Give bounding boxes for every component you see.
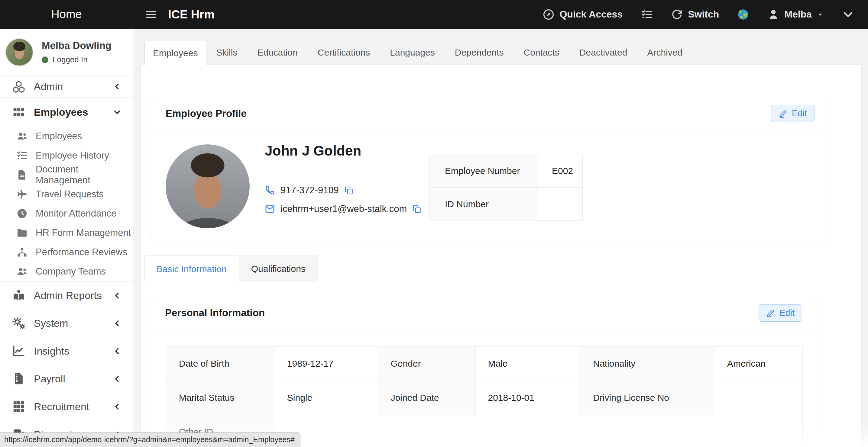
sidebar-nav: Admin Employees Employees bbox=[0, 76, 133, 447]
tab-employees[interactable]: Employees bbox=[145, 41, 206, 65]
table-cells-icon bbox=[12, 400, 25, 413]
field-value bbox=[715, 381, 803, 415]
chevron-down-icon bbox=[113, 108, 121, 116]
status-url: https://icehrm.com/app/demo-icehrm/?g=ad… bbox=[0, 433, 301, 447]
field-label: Nationality bbox=[579, 347, 715, 381]
tab-certifications[interactable]: Certifications bbox=[308, 41, 380, 64]
sidebar-item-label: Document Management bbox=[36, 164, 133, 186]
copy-icon[interactable] bbox=[412, 204, 422, 214]
sidebar-item-label: Admin Reports bbox=[34, 290, 102, 301]
sidebar-subitem-document-management[interactable]: Document Management bbox=[0, 165, 133, 185]
chevron-left-icon bbox=[113, 83, 121, 91]
users-icon bbox=[16, 130, 28, 142]
chart-line-icon bbox=[12, 344, 25, 358]
sidebar-item-admin[interactable]: Admin bbox=[0, 76, 133, 97]
switch-label: Switch bbox=[688, 9, 719, 20]
sidebar-item-label: System bbox=[34, 317, 68, 329]
sidebar: Melba Dowling Logged In Admin Employees bbox=[0, 29, 133, 447]
sidebar-item-label: Payroll bbox=[34, 373, 65, 385]
tab-basic-information[interactable]: Basic Information bbox=[144, 256, 239, 282]
tab-deactivated[interactable]: Deactivated bbox=[569, 41, 637, 64]
employee-email-row: icehrm+user1@web-stalk.com bbox=[265, 203, 422, 215]
quick-access-button[interactable]: Quick Access bbox=[542, 8, 623, 21]
rotate-icon bbox=[671, 8, 683, 21]
field-label: Employee Number bbox=[430, 154, 537, 188]
list-check-icon bbox=[16, 150, 28, 161]
sidebar-subitem-employees[interactable]: Employees bbox=[0, 127, 133, 146]
card-title: Personal Information bbox=[165, 307, 265, 319]
avatar bbox=[5, 38, 33, 66]
sidebar-item-label: Employees bbox=[36, 131, 82, 142]
phone-icon bbox=[265, 185, 275, 195]
quick-access-label: Quick Access bbox=[559, 9, 623, 20]
tasks-icon bbox=[641, 8, 653, 21]
edit-profile-button[interactable]: Edit bbox=[771, 105, 814, 122]
tab-qualifications[interactable]: Qualifications bbox=[239, 256, 318, 282]
collapse-topbar-button[interactable] bbox=[842, 8, 854, 21]
sidebar-subitem-employee-history[interactable]: Employee History bbox=[0, 146, 133, 165]
copy-icon[interactable] bbox=[344, 186, 353, 195]
employee-name: John J Golden bbox=[265, 142, 361, 159]
pen-icon bbox=[779, 109, 787, 118]
main-content: Employees Skills Education Certification… bbox=[133, 29, 868, 447]
sidebar-item-employees[interactable]: Employees bbox=[0, 98, 133, 127]
tab-skills[interactable]: Skills bbox=[206, 41, 247, 64]
chevron-left-icon bbox=[113, 319, 121, 327]
tab-languages[interactable]: Languages bbox=[380, 41, 444, 64]
user-name: Melba Dowling bbox=[42, 40, 112, 51]
sidebar-item-insights[interactable]: Insights bbox=[0, 337, 133, 365]
employee-profile-card: Employee Profile Edit John J Golden 917-… bbox=[151, 97, 829, 242]
field-label: Driving License No bbox=[579, 381, 715, 415]
hamburger-icon[interactable] bbox=[143, 8, 159, 21]
sidebar-item-label: Monitor Attendance bbox=[36, 208, 116, 219]
field-value bbox=[275, 415, 802, 447]
sidebar-item-label: Travel Requests bbox=[36, 189, 104, 200]
sidebar-subitem-travel-requests[interactable]: Travel Requests bbox=[0, 185, 133, 204]
field-value bbox=[537, 188, 583, 221]
chevron-left-icon bbox=[113, 375, 121, 383]
field-value: Single bbox=[275, 381, 377, 415]
sidebar-item-admin-reports[interactable]: Admin Reports bbox=[0, 282, 133, 309]
folder-icon bbox=[16, 227, 28, 238]
tab-contacts[interactable]: Contacts bbox=[514, 41, 569, 64]
tasks-button[interactable] bbox=[641, 8, 653, 21]
compass-icon bbox=[542, 8, 555, 21]
caret-down-icon bbox=[817, 11, 824, 18]
table-row: ID Number bbox=[430, 188, 583, 221]
module-tabs: Employees Skills Education Certification… bbox=[145, 41, 868, 64]
tab-archived[interactable]: Archived bbox=[637, 41, 692, 64]
sidebar-item-label: Employee History bbox=[36, 150, 109, 161]
topbar-actions: Quick Access Switch Melba bbox=[542, 8, 868, 21]
file-invoice-icon bbox=[12, 372, 25, 385]
sidebar-subitem-performance-reviews[interactable]: Performance Reviews bbox=[0, 243, 133, 262]
plane-icon bbox=[16, 188, 28, 200]
sidebar-subitem-hr-form-management[interactable]: HR Form Management bbox=[0, 223, 133, 243]
field-value: American bbox=[715, 347, 803, 381]
employee-profile-header: Employee Profile Edit bbox=[151, 97, 829, 130]
sidebar-user-card[interactable]: Melba Dowling Logged In bbox=[0, 29, 133, 76]
switch-button[interactable]: Switch bbox=[671, 8, 719, 21]
sidebar-item-payroll[interactable]: Payroll bbox=[0, 365, 133, 393]
content-panel: Employee Profile Edit John J Golden 917-… bbox=[141, 65, 861, 447]
employee-phone: 917-372-9109 bbox=[280, 185, 339, 196]
sidebar-subitem-monitor-attendance[interactable]: Monitor Attendance bbox=[0, 204, 133, 223]
detail-tabs: Basic Information Qualifications bbox=[144, 256, 318, 282]
language-globe-button[interactable] bbox=[737, 8, 749, 21]
tab-education[interactable]: Education bbox=[247, 41, 307, 64]
sidebar-item-label: Admin bbox=[34, 81, 63, 92]
edit-personal-info-button[interactable]: Edit bbox=[758, 305, 802, 322]
status-dot bbox=[42, 57, 49, 63]
users-icon bbox=[16, 266, 28, 277]
home-link[interactable]: Home bbox=[0, 8, 133, 21]
sidebar-item-label: Employees bbox=[34, 106, 88, 118]
tab-dependents[interactable]: Dependents bbox=[445, 41, 514, 64]
gears-icon bbox=[12, 317, 25, 330]
employee-id-table: Employee Number E002 ID Number bbox=[430, 154, 583, 221]
sidebar-item-system[interactable]: System bbox=[0, 309, 133, 337]
sidebar-item-recruitment[interactable]: Recruitment bbox=[0, 393, 133, 420]
user-menu[interactable]: Melba bbox=[767, 8, 824, 21]
sidebar-subitem-company-teams[interactable]: Company Teams bbox=[0, 262, 133, 281]
table-row: Date of Birth 1989-12-17 Gender Male Nat… bbox=[165, 347, 803, 381]
field-value: Male bbox=[476, 347, 579, 381]
field-label: Marital Status bbox=[165, 381, 275, 415]
